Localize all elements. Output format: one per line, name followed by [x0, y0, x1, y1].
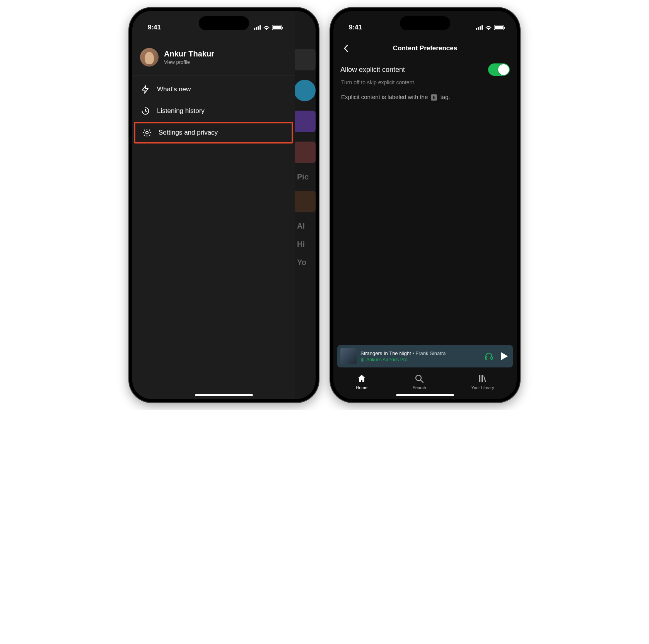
home-indicator[interactable]: [195, 394, 253, 396]
user-name: Ankur Thakur: [164, 50, 214, 58]
bluetooth-icon: [360, 357, 364, 362]
menu-label: Listening history: [157, 107, 205, 115]
status-time: 9:41: [349, 24, 362, 31]
menu-label: Settings and privacy: [159, 129, 218, 137]
wifi-icon: [485, 25, 492, 30]
tab-bar: Home Search Your Library: [333, 371, 517, 394]
explicit-toggle[interactable]: [488, 63, 510, 76]
setting-label: Allow explicit content: [340, 66, 405, 74]
allow-explicit-row: Allow explicit content: [333, 57, 517, 77]
setting-description: Turn off to skip explicit content.: [333, 77, 517, 87]
tab-search[interactable]: Search: [413, 374, 426, 390]
bolt-icon: [141, 85, 150, 94]
menu-label: What's new: [157, 85, 191, 93]
play-button[interactable]: [500, 352, 508, 360]
svg-rect-6: [504, 27, 505, 29]
now-playing-device: Ankur's AirPods Pro: [360, 357, 480, 362]
profile-sidebar: 9:41 Ankur Thakur View profile: [132, 11, 295, 399]
cellular-icon: [476, 25, 483, 30]
album-art: [340, 348, 357, 364]
explicit-tag-icon: E: [431, 94, 437, 101]
home-indicator[interactable]: [396, 394, 454, 396]
svg-rect-2: [282, 27, 283, 29]
library-icon: [478, 374, 488, 384]
divider: [132, 75, 295, 75]
battery-icon: [272, 25, 283, 30]
profile-row[interactable]: Ankur Thakur View profile: [132, 37, 295, 73]
gear-icon: [142, 128, 152, 137]
now-playing-bar[interactable]: Strangers In The Night • Frank Sinatra A…: [337, 345, 513, 367]
background-content-strip: Pic Al Hi Yo: [294, 37, 316, 267]
phone-frame-left: Pic Al Hi Yo 9:41 Ankur Thakur View prof…: [129, 8, 319, 402]
devices-icon[interactable]: [484, 352, 494, 361]
wifi-icon: [263, 25, 270, 30]
now-playing-title: Strangers In The Night • Frank Sinatra: [360, 350, 480, 356]
phone-frame-right: 9:41 Content Preferences Allow explicit …: [330, 8, 520, 402]
svg-point-3: [146, 132, 148, 134]
svg-rect-11: [479, 375, 480, 382]
menu-settings-privacy[interactable]: Settings and privacy: [134, 122, 293, 143]
search-icon: [414, 374, 424, 384]
svg-rect-7: [485, 357, 487, 359]
home-icon: [357, 374, 367, 384]
svg-rect-5: [495, 26, 503, 29]
svg-rect-1: [273, 26, 281, 29]
nav-header: Content Preferences: [333, 39, 517, 57]
view-profile-link[interactable]: View profile: [164, 59, 214, 65]
avatar: [140, 48, 159, 67]
explicit-tag-info: Explicit content is labeled with the E t…: [333, 87, 517, 107]
page-title: Content Preferences: [333, 44, 517, 52]
tab-home[interactable]: Home: [356, 374, 367, 390]
svg-rect-12: [482, 375, 483, 382]
status-time: 9:41: [148, 24, 161, 31]
menu-whats-new[interactable]: What's new: [132, 79, 295, 100]
battery-icon: [494, 25, 505, 30]
tab-library[interactable]: Your Library: [471, 374, 494, 390]
dynamic-island: [400, 16, 450, 30]
cellular-icon: [254, 25, 261, 30]
svg-line-10: [421, 380, 424, 383]
dynamic-island: [199, 16, 249, 30]
history-icon: [141, 106, 150, 116]
menu-listening-history[interactable]: Listening history: [132, 100, 295, 122]
svg-rect-8: [491, 357, 492, 359]
